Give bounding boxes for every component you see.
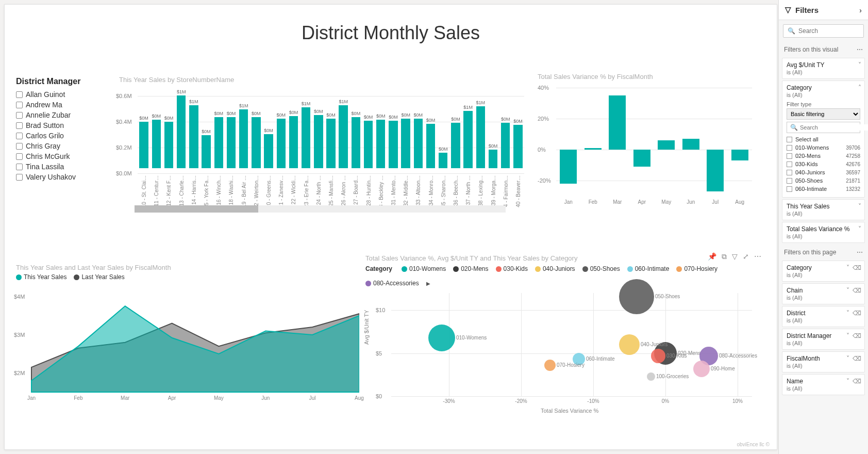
checkbox-icon[interactable] [16,133,23,139]
chevron-right-icon[interactable]: › [859,6,862,14]
area-series[interactable] [31,306,359,392]
chart-total-sales-variance[interactable]: Total Sales Variance % by FiscalMonth -2… [538,73,754,216]
filter-card[interactable]: District Manageris (All)˅⌫ [782,329,865,350]
bar[interactable] [202,135,210,168]
bar[interactable] [731,150,748,160]
bar[interactable] [658,140,675,150]
chevron-down-icon[interactable]: ˅ [858,203,861,210]
filter-card[interactable]: Total Sales Variance %is (All)˅ [782,222,865,243]
eraser-icon[interactable]: ⌫ [853,287,861,294]
bar[interactable] [277,119,286,168]
filter-card[interactable]: Categoryis (All)˅⌫ [782,261,865,282]
filter-card[interactable]: FiscalMonthis (All)˅⌫ [782,351,865,372]
bar[interactable] [489,150,497,168]
chevron-down-icon[interactable]: ˅ [846,264,849,271]
eraser-icon[interactable]: ⌫ [853,332,861,339]
chart-horizontal-scrollbar[interactable] [135,205,506,213]
bar[interactable] [414,119,423,168]
chevron-down-icon[interactable]: ˅ [846,332,849,339]
legend-item[interactable]: 020-Mens [453,265,488,272]
bubble[interactable] [693,361,710,377]
bar[interactable] [451,123,460,168]
bar[interactable] [239,109,248,168]
bar[interactable] [189,105,198,168]
bar[interactable] [682,139,699,150]
more-icon[interactable]: ⋯ [857,249,863,256]
filter-values-search[interactable]: 🔍 [787,122,860,133]
bar[interactable] [289,116,298,168]
filter-option[interactable]: Select all [787,135,860,143]
filter-card[interactable]: Chainis (All)˅⌫ [782,283,865,304]
legend-item[interactable]: 070-Hosiery [676,265,717,272]
checkbox-icon[interactable] [16,164,23,170]
bar[interactable] [439,153,447,168]
funnel-icon[interactable]: ▽ [732,252,738,261]
slicer-item[interactable]: Valery Ushakov [16,172,109,182]
bar[interactable] [560,150,577,184]
more-icon[interactable]: ⋯ [754,252,761,261]
legend-item[interactable]: 010-Womens [402,265,446,272]
pin-icon[interactable]: 📌 [708,252,716,261]
bar[interactable] [352,117,360,168]
checkbox-icon[interactable] [16,102,23,108]
chart-sales-by-fiscalmonth[interactable]: This Year Sales and Last Year Sales by F… [16,264,356,413]
chevron-down-icon[interactable]: ˅ [858,61,861,69]
checkbox-icon[interactable] [16,143,23,150]
filter-card[interactable]: This Year Salesis (All)˅ [782,199,865,220]
filter-card[interactable]: Nameis (All)˅⌫ [782,374,865,395]
chevron-down-icon[interactable]: ˅ [858,225,861,233]
filter-option[interactable]: 050-Shoes21871 [787,176,860,185]
slicer-item[interactable]: Annelie Zubar [16,110,109,120]
filter-type-select[interactable]: Basic filtering [787,108,860,120]
bar[interactable] [326,119,335,168]
legend-scroll-right-icon[interactable]: ▶ [426,281,430,286]
bar[interactable] [214,117,223,168]
filters-search-input[interactable] [798,27,868,35]
district-manager-slicer[interactable]: District Manager Allan GuinotAndrew MaAn… [16,77,109,182]
legend-item[interactable]: 030-Kids [496,265,528,272]
slicer-item[interactable]: Chris McGurk [16,151,109,161]
bar[interactable] [227,117,236,168]
bubble[interactable] [647,372,655,381]
bubble[interactable] [651,349,665,363]
bar[interactable] [609,95,626,150]
filter-option[interactable]: 010-Womens39706 [787,143,860,152]
checkbox-icon[interactable] [16,122,23,129]
legend-item[interactable]: 060-Intimate [627,265,670,272]
legend-item[interactable]: Last Year Sales [74,273,124,281]
chevron-down-icon[interactable]: ˅ [846,355,849,362]
eraser-icon[interactable]: ⌫ [853,310,861,317]
bubble[interactable] [544,360,556,371]
bar[interactable] [513,125,522,168]
slicer-item[interactable]: Chris Gray [16,141,109,151]
checkbox-icon[interactable] [16,174,23,181]
bar[interactable] [302,107,310,168]
bar[interactable] [501,123,510,168]
legend-item[interactable]: 080-Accessories [365,280,419,287]
filter-option[interactable]: 060-Intimate13232 [787,185,860,193]
slicer-item[interactable]: Allan Guinot [16,89,109,100]
bar[interactable] [389,121,397,168]
bubble[interactable] [619,334,640,355]
eraser-icon[interactable]: ⌫ [853,378,861,385]
filter-option[interactable]: 020-Mens47258 [787,152,860,160]
bar[interactable] [177,95,186,168]
bar[interactable] [264,134,273,168]
checkbox-icon[interactable] [16,91,23,98]
eraser-icon[interactable]: ⌫ [853,264,861,271]
chevron-down-icon[interactable]: ˅ [846,378,849,385]
slicer-item[interactable]: Andrew Ma [16,100,109,110]
chart-this-year-sales-by-store[interactable]: This Year Sales by StoreNumberName $0.0M… [119,76,516,205]
bar[interactable] [426,124,435,168]
copy-icon[interactable]: ⧉ [722,252,727,261]
chart-category-scatter[interactable]: 📌 ⧉ ▽ ⤢ ⋯ Total Sales Variance %, Avg $/… [365,254,767,421]
slicer-item[interactable]: Carlos Grilo [16,131,109,141]
chevron-up-icon[interactable]: ˄ [858,84,861,91]
bar[interactable] [585,148,602,150]
bar[interactable] [633,150,650,167]
bar[interactable] [401,119,410,168]
scroll-thumb[interactable] [135,205,258,213]
slicer-item[interactable]: Brad Sutton [16,120,109,131]
bar[interactable] [707,150,724,191]
legend-item[interactable]: 050-Shoes [582,265,620,272]
